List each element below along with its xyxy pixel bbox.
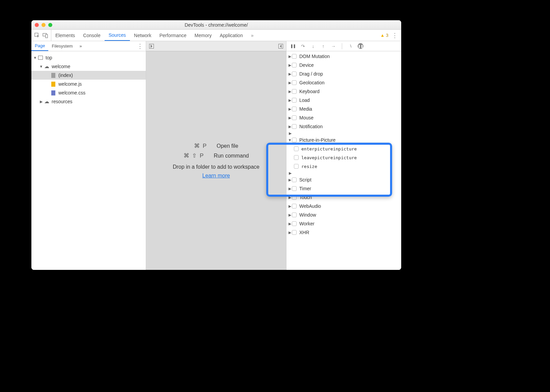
step-into-icon[interactable]: ↓ [310, 44, 316, 49]
close-window-button[interactable] [35, 23, 39, 27]
bp-event[interactable]: enterpictureinpicture [286, 144, 401, 153]
pause-glyph: ❚❚ [358, 45, 363, 48]
tree-node-welcome-css[interactable]: welcome.css [31, 88, 146, 97]
bp-category[interactable]: ▶Touch [286, 193, 401, 202]
tab-console[interactable]: Console [79, 30, 104, 41]
minimize-window-button[interactable] [42, 23, 46, 27]
checkbox[interactable] [292, 221, 297, 226]
bp-event[interactable]: leavepictureinpicture [286, 153, 401, 162]
subtab-page[interactable]: Page [31, 41, 48, 51]
bp-label: Worker [299, 221, 314, 226]
checkbox[interactable] [292, 230, 297, 235]
bp-category[interactable]: ▶Notification [286, 122, 401, 131]
checkbox[interactable] [292, 63, 297, 67]
tab-performance[interactable]: Performance [155, 30, 190, 41]
main-tabbar: Elements Console Sources Network Perform… [31, 30, 401, 41]
bp-category[interactable]: ▶Window [286, 211, 401, 219]
bp-category[interactable]: ▶DOM Mutation [286, 52, 401, 61]
chevron-right-icon: ▶ [286, 230, 292, 235]
bp-category[interactable]: ▶Script [286, 175, 401, 184]
pause-on-exceptions-icon[interactable]: ❚❚ [358, 43, 363, 49]
step-out-icon[interactable]: ↑ [320, 44, 326, 49]
tabs-overflow-button[interactable]: » [247, 30, 258, 41]
checkbox[interactable] [292, 72, 297, 76]
checkbox[interactable] [292, 107, 297, 111]
bp-label: Keyboard [299, 89, 320, 94]
frame-icon [37, 55, 44, 60]
bp-category-pip[interactable]: ▼Picture-in-Picture [286, 136, 401, 144]
bp-label: WebAudio [299, 203, 321, 209]
warnings-badge[interactable]: ▲ 3 [380, 33, 388, 38]
chevron-right-icon: ▶ [286, 81, 292, 85]
checkbox[interactable] [292, 124, 297, 129]
bp-category[interactable]: ▶Media [286, 105, 401, 113]
tree-node-resources[interactable]: ▶ ☁ resources [31, 97, 146, 106]
tab-memory[interactable]: Memory [191, 30, 216, 41]
device-toggle-icon[interactable] [42, 32, 48, 38]
subtabs-overflow[interactable]: » [76, 41, 85, 51]
bp-category[interactable]: ▶XHR [286, 228, 401, 237]
checkbox[interactable] [292, 204, 297, 208]
zoom-window-button[interactable] [48, 23, 52, 27]
bp-category[interactable]: ▶Device [286, 61, 401, 69]
titlebar: DevTools - chrome://welcome/ [31, 20, 401, 30]
bp-label: Drag / drop [299, 71, 323, 77]
bp-category-cutoff-top: ▶ [286, 131, 401, 136]
checkbox[interactable] [292, 98, 297, 103]
checkbox[interactable] [292, 186, 297, 191]
subtab-filesystem[interactable]: Filesystem [48, 41, 76, 51]
bp-label: Notification [299, 124, 323, 129]
learn-more-link[interactable]: Learn more [202, 173, 230, 179]
chevron-right-icon: ▶ [286, 222, 292, 226]
checkbox[interactable] [292, 138, 297, 142]
settings-menu-icon[interactable]: ⋮ [392, 32, 398, 39]
bp-category[interactable]: ▶Mouse [286, 113, 401, 122]
tab-elements[interactable]: Elements [51, 30, 79, 41]
show-navigator-icon[interactable] [149, 44, 154, 49]
tree-node-welcome[interactable]: ▼ ☁ welcome [31, 62, 146, 71]
chevron-right-icon: ▶ [286, 124, 292, 129]
navigator-menu-icon[interactable]: ⋮ [134, 41, 146, 51]
checkbox[interactable] [294, 155, 299, 160]
checkbox[interactable] [292, 89, 297, 94]
deactivate-breakpoints-icon[interactable]: ⧷ [348, 43, 354, 49]
bp-category[interactable]: ▶Worker [286, 219, 401, 228]
bp-category[interactable]: ▶Geolocation [286, 78, 401, 87]
bp-category[interactable]: ▶Timer [286, 184, 401, 193]
tree-node-index[interactable]: (index) [31, 71, 146, 80]
bp-label: Picture-in-Picture [299, 137, 335, 143]
chevron-right-icon: ▶ [286, 54, 292, 59]
bp-label: Geolocation [299, 80, 325, 85]
main-tabs: Elements Console Sources Network Perform… [51, 30, 377, 41]
checkbox[interactable] [294, 146, 299, 151]
tab-network[interactable]: Network [130, 30, 155, 41]
tree-node-welcome-js[interactable]: welcome.js [31, 80, 146, 88]
checkbox[interactable] [292, 177, 297, 182]
checkbox[interactable] [294, 164, 299, 169]
tab-application[interactable]: Application [216, 30, 247, 41]
hint-run-command: ⌘ ⇧ P Run command [184, 152, 249, 159]
checkbox[interactable] [292, 115, 297, 120]
pause-icon[interactable]: ❚❚ [290, 44, 296, 48]
chevron-down-icon: ▼ [39, 64, 44, 68]
bp-category[interactable]: ▶Drag / drop [286, 69, 401, 78]
window-controls [35, 23, 52, 27]
warning-count: 3 [386, 33, 388, 38]
tree-node-top[interactable]: ▼ top [31, 53, 146, 62]
checkbox[interactable] [292, 195, 297, 200]
bp-category[interactable]: ▶Keyboard [286, 87, 401, 96]
hint-open-file-label: Open file [217, 143, 238, 149]
tabbar-right: ▲ 3 ⋮ [377, 30, 401, 41]
bp-category[interactable]: ▶Load [286, 96, 401, 105]
show-debugger-icon[interactable] [278, 44, 283, 49]
chevron-right-icon: ▶ [286, 63, 292, 67]
step-over-icon[interactable]: ↷ [300, 44, 306, 49]
tab-sources[interactable]: Sources [105, 30, 130, 41]
checkbox[interactable] [292, 54, 297, 59]
inspect-element-icon[interactable] [34, 32, 40, 38]
step-icon[interactable]: → [330, 44, 336, 49]
bp-category[interactable]: ▶WebAudio [286, 202, 401, 211]
bp-event[interactable]: resize [286, 162, 401, 171]
checkbox[interactable] [292, 80, 297, 85]
checkbox[interactable] [292, 213, 297, 217]
